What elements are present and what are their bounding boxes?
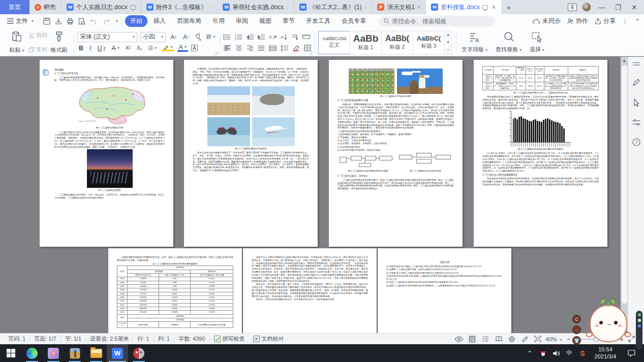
document-page-3[interactable]: 图 4 三江源地区文化风俗及建筑 2. 三江源地区面临的重大问题 长期以来，青藏… — [329, 60, 463, 247]
subscript-button[interactable]: X₂ — [135, 45, 144, 51]
document-page-5[interactable]: 的限时调查所得数据的变量相关性关系，从而，验证三江源地区生态与经济的平衡发展，促… — [108, 248, 242, 333]
window-count-button[interactable]: 6 — [568, 4, 577, 11]
highlight-color-button[interactable]: ▾ — [162, 45, 174, 51]
taskbar-clock[interactable]: 15:54 2021/3/4 — [589, 346, 622, 359]
tab-docer[interactable]: ø 稻壳 — [29, 0, 62, 14]
zoom-out-button[interactable]: − — [567, 335, 571, 343]
ime-indicator[interactable]: 中 — [563, 349, 576, 357]
text-direction-icon[interactable]: A — [269, 34, 277, 40]
doc-proof-button[interactable]: 文档校对 — [249, 335, 288, 343]
tray-expand-icon[interactable]: ⌃ — [523, 350, 536, 357]
decrease-indent-icon[interactable] — [247, 34, 254, 40]
tab-doc-active[interactable]: W 资料搜集.docx ✕ — [426, 0, 501, 14]
numbered-list-icon[interactable]: 123 — [235, 34, 242, 40]
status-field[interactable]: 列: 1 — [154, 335, 174, 343]
copy-button[interactable]: 复制 — [28, 46, 47, 53]
tab-doc-3[interactable]: W 寒假社会实践.docx ↑ — [218, 0, 294, 14]
align-right-icon[interactable] — [247, 45, 254, 51]
read-mode-button[interactable] — [495, 335, 503, 343]
tab-ppt-1[interactable]: P 演示文稿1 — [372, 0, 426, 14]
strikethrough-button[interactable]: A▾ — [110, 45, 121, 52]
taskbar-photos-app[interactable] — [43, 344, 64, 362]
clear-format-icon[interactable] — [194, 34, 202, 41]
status-field[interactable]: 节: 1/1 — [61, 335, 86, 343]
ribbon-tab-view[interactable]: 视图 — [254, 15, 277, 27]
fit-page-icon[interactable] — [534, 336, 541, 342]
collaborate-button[interactable]: 协作 — [567, 17, 588, 25]
gallery-more-icon[interactable]: ▿ — [447, 48, 449, 52]
style-heading-2[interactable]: AaBb( 标题 2 — [381, 31, 413, 54]
eye-protect-icon[interactable] — [454, 336, 464, 342]
taskbar-game-app[interactable] — [128, 344, 149, 362]
command-search[interactable] — [379, 16, 495, 26]
italic-button[interactable]: I — [88, 45, 93, 52]
help-icon[interactable]: ? — [632, 138, 640, 146]
file-menu[interactable]: 文件 ▾ — [4, 17, 37, 25]
scroll-down-icon[interactable]: ▼ — [621, 313, 628, 318]
user-avatar[interactable] — [582, 3, 591, 12]
outline-view-button[interactable] — [481, 335, 490, 343]
tab-ruler-icon[interactable] — [302, 34, 310, 40]
zoom-slider[interactable] — [575, 339, 615, 340]
increase-indent-icon[interactable] — [258, 34, 265, 40]
justify-icon[interactable] — [258, 45, 265, 51]
object-anchor-icon[interactable] — [43, 69, 49, 76]
taskbar-wps[interactable]: W — [107, 344, 128, 362]
superscript-button[interactable]: X² — [124, 45, 132, 51]
ribbon-tab-member[interactable]: 会员专享 — [336, 15, 371, 27]
new-tab-button[interactable]: + — [501, 0, 516, 14]
status-field[interactable]: 页码: 1 — [4, 335, 30, 343]
ink-pen-icon[interactable] — [632, 78, 640, 86]
ribbon-tab-section[interactable]: 章节 — [278, 15, 300, 27]
font-dialog-launcher[interactable] — [214, 51, 218, 54]
ribbon-tab-insert[interactable]: 插入 — [148, 15, 171, 27]
minimize-button[interactable]: — — [596, 4, 607, 11]
settings-sliders-icon[interactable] — [632, 119, 640, 126]
zoom-in-button[interactable]: + — [620, 335, 624, 343]
ribbon-tab-references[interactable]: 引用 — [207, 15, 230, 27]
font-size-combo[interactable]: 小四▾ — [140, 32, 166, 42]
tab-doc-1[interactable]: W 个人实践日志.docx — [62, 0, 141, 14]
find-replace-button[interactable]: 查找替换▾ — [492, 30, 526, 55]
ribbon-tab-dev-tools[interactable]: 开发工具 — [301, 15, 335, 27]
export-pdf-icon[interactable] — [55, 18, 62, 25]
document-page-1[interactable]: 资料搜集: 1. 三江源生态环境介绍 三江源地处我国青海省南部地区，平均海拔 3… — [40, 60, 173, 247]
status-field[interactable]: 字数: 4390 — [174, 335, 210, 343]
home-tab[interactable]: 首页 — [0, 0, 29, 14]
borders-icon[interactable] — [304, 45, 311, 51]
save-icon[interactable] — [43, 18, 50, 25]
bullet-list-icon[interactable] — [223, 34, 231, 40]
document-page-7[interactable]: 文献引用 [1] 董锁成,周长进,王海英.“三江源”地区主要生态环境问题与对策[… — [378, 248, 511, 333]
collapse-ribbon-icon[interactable]: ⌃ — [635, 18, 640, 25]
share-button[interactable]: 分享 — [595, 17, 616, 25]
align-left-icon[interactable] — [223, 45, 231, 51]
document-page-6[interactable]: 牧民产业人员搬迁后家庭收入呈现出稳步提升的趋势，平均每年收入大约为 10000 … — [243, 248, 377, 333]
more-menu-icon[interactable]: ⋮ — [622, 18, 628, 25]
document-canvas[interactable]: 资料搜集: 1. 三江源生态环境介绍 三江源地处我国青海省南部地区，平均海拔 3… — [0, 57, 644, 333]
cut-button[interactable]: 剪切 — [28, 31, 47, 39]
format-painter-button[interactable]: 格式刷 — [48, 30, 70, 55]
redo-icon[interactable] — [102, 18, 110, 24]
style-normal[interactable]: AaBbCcDd 正文 — [318, 31, 350, 54]
underline-button[interactable]: U▾ — [96, 45, 107, 52]
shading-icon[interactable] — [292, 45, 300, 51]
undo-icon[interactable] — [90, 18, 98, 24]
sogou-input-icon[interactable]: S — [576, 349, 589, 357]
taskbar-file-explorer[interactable] — [85, 344, 107, 362]
search-input[interactable] — [392, 18, 483, 25]
align-center-icon[interactable] — [235, 45, 242, 51]
page-view-button[interactable] — [468, 335, 477, 343]
style-heading-1[interactable]: AaBb 标题 1 — [350, 31, 382, 54]
ruler-toggle-icon[interactable] — [633, 62, 640, 66]
vertical-scrollbar[interactable]: ▲ ▼ ≡ — [621, 57, 628, 331]
print-icon[interactable] — [67, 18, 74, 25]
paste-button[interactable]: 粘贴▾ — [6, 30, 27, 55]
decrease-font-button[interactable]: A− — [181, 34, 191, 41]
bold-button[interactable]: B — [77, 45, 85, 52]
action-center-button[interactable] — [622, 350, 641, 357]
web-layout-button[interactable] — [508, 335, 516, 343]
scrollbar-thumb[interactable] — [622, 65, 627, 304]
line-spacing-icon[interactable] — [281, 45, 288, 51]
status-field[interactable]: 行: 1 — [133, 335, 154, 343]
sort-icon[interactable]: A — [281, 34, 287, 40]
